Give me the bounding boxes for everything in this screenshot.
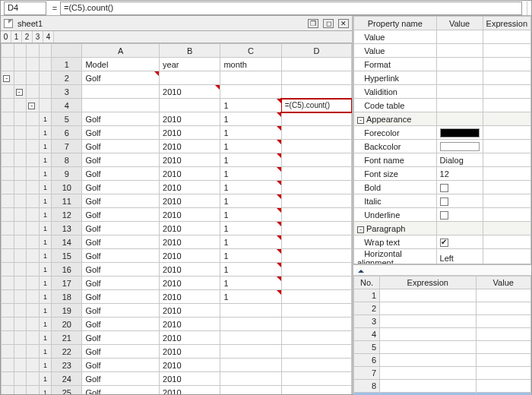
cell-C20[interactable] bbox=[220, 318, 281, 331]
window-close-icon[interactable]: ✕ bbox=[338, 19, 349, 28]
cell-D16[interactable] bbox=[281, 263, 351, 276]
expr-row-num[interactable]: 1 bbox=[354, 289, 380, 302]
cell-B6[interactable]: 2010 bbox=[160, 126, 220, 140]
cell-B17[interactable]: 2010 bbox=[160, 276, 220, 290]
cell-C7[interactable]: 1 bbox=[220, 140, 281, 153]
cell-D13[interactable] bbox=[281, 222, 351, 235]
cell-C2[interactable] bbox=[220, 71, 281, 85]
row-header[interactable]: 22 bbox=[52, 345, 82, 359]
cell-D4[interactable]: =(C5).count() bbox=[281, 99, 351, 112]
row-header[interactable]: 12 bbox=[52, 208, 82, 222]
cell-D9[interactable] bbox=[281, 167, 351, 181]
cell-B16[interactable]: 2010 bbox=[160, 263, 220, 276]
row-header[interactable]: 8 bbox=[52, 153, 82, 167]
prop-expression[interactable] bbox=[483, 181, 530, 194]
cell-A3[interactable] bbox=[82, 85, 160, 99]
outline-level-1[interactable]: 1 bbox=[11, 31, 22, 43]
outline-level-2[interactable]: 2 bbox=[22, 31, 33, 43]
cell-B19[interactable]: 2010 bbox=[160, 304, 220, 318]
row-header[interactable]: 16 bbox=[52, 263, 82, 276]
window-restore-icon[interactable]: ❐ bbox=[308, 19, 318, 28]
cell-A20[interactable]: Golf bbox=[82, 318, 160, 331]
row-header[interactable]: 19 bbox=[52, 304, 82, 318]
expr-value[interactable] bbox=[476, 354, 530, 367]
expr-value[interactable] bbox=[476, 380, 530, 393]
cell-D1[interactable] bbox=[281, 58, 351, 71]
prop-value[interactable] bbox=[436, 126, 483, 140]
expr-row-num[interactable]: 2 bbox=[354, 302, 380, 315]
cell-C17[interactable]: 1 bbox=[220, 276, 281, 290]
expr-row-num[interactable]: 5 bbox=[354, 341, 380, 354]
cell-C9[interactable]: 1 bbox=[220, 167, 281, 181]
cell-B18[interactable]: 2010 bbox=[160, 290, 220, 304]
expr-row-num[interactable]: 3 bbox=[354, 315, 380, 328]
prop-value[interactable] bbox=[436, 71, 483, 85]
cell-D18[interactable] bbox=[281, 290, 351, 304]
cell-B3[interactable]: 2010 bbox=[160, 85, 220, 99]
prop-expression[interactable] bbox=[483, 99, 530, 112]
cell-C14[interactable]: 1 bbox=[220, 235, 281, 249]
prop-expression[interactable] bbox=[483, 58, 530, 71]
cell-D24[interactable] bbox=[281, 372, 351, 386]
cell-D20[interactable] bbox=[281, 318, 351, 331]
prop-value[interactable]: Left bbox=[436, 249, 483, 264]
row-header[interactable]: 11 bbox=[52, 194, 82, 208]
expr-expression[interactable] bbox=[380, 354, 477, 367]
cell-C24[interactable] bbox=[220, 372, 281, 386]
prop-value[interactable]: Dialog bbox=[436, 153, 483, 167]
cell-C11[interactable]: 1 bbox=[220, 194, 281, 208]
cell-C12[interactable]: 1 bbox=[220, 208, 281, 222]
expr-value[interactable] bbox=[476, 367, 530, 380]
cell-C8[interactable]: 1 bbox=[220, 153, 281, 167]
prop-expression[interactable] bbox=[483, 126, 530, 140]
cell-C19[interactable] bbox=[220, 304, 281, 318]
cell-D22[interactable] bbox=[281, 345, 351, 359]
spreadsheet-grid[interactable]: ABCD1Modelyearmonth-2Golf-32010-41=(C5).… bbox=[1, 43, 352, 394]
cell-B12[interactable]: 2010 bbox=[160, 208, 220, 222]
row-header[interactable]: 4 bbox=[52, 99, 82, 112]
cell-A12[interactable]: Golf bbox=[82, 208, 160, 222]
expr-expression[interactable] bbox=[380, 315, 477, 328]
cell-A9[interactable]: Golf bbox=[82, 167, 160, 181]
cell-B9[interactable]: 2010 bbox=[160, 167, 220, 181]
row-header[interactable]: 15 bbox=[52, 249, 82, 263]
cell-D6[interactable] bbox=[281, 126, 351, 140]
prop-expression[interactable] bbox=[483, 222, 530, 235]
outline-level-3[interactable]: 3 bbox=[33, 31, 43, 43]
cell-B23[interactable]: 2010 bbox=[160, 359, 220, 372]
row-header[interactable]: 3 bbox=[52, 85, 82, 99]
expr-expression[interactable] bbox=[380, 302, 477, 315]
outline-gutter[interactable]: - bbox=[14, 85, 27, 99]
cell-C4[interactable]: 1 bbox=[220, 99, 281, 112]
row-header[interactable]: 1 bbox=[52, 58, 82, 71]
cell-D11[interactable] bbox=[281, 194, 351, 208]
prop-expression[interactable] bbox=[483, 167, 530, 181]
cell-D21[interactable] bbox=[281, 331, 351, 345]
row-header[interactable]: 21 bbox=[52, 331, 82, 345]
cell-C6[interactable]: 1 bbox=[220, 126, 281, 140]
expr-expression[interactable] bbox=[380, 289, 477, 302]
cell-D2[interactable] bbox=[281, 71, 351, 85]
formula-input[interactable]: =(C5).count() bbox=[60, 2, 522, 15]
row-header[interactable]: 14 bbox=[52, 235, 82, 249]
cell-B24[interactable]: 2010 bbox=[160, 372, 220, 386]
row-header[interactable]: 6 bbox=[52, 126, 82, 140]
expr-value[interactable] bbox=[476, 341, 530, 354]
expr-value[interactable] bbox=[476, 328, 530, 341]
expr-value[interactable] bbox=[476, 315, 530, 328]
cell-C13[interactable]: 1 bbox=[220, 222, 281, 235]
cell-D5[interactable] bbox=[281, 112, 351, 126]
cell-A11[interactable]: Golf bbox=[82, 194, 160, 208]
cell-A14[interactable]: Golf bbox=[82, 235, 160, 249]
cell-D15[interactable] bbox=[281, 249, 351, 263]
cell-A22[interactable]: Golf bbox=[82, 345, 160, 359]
cell-B1[interactable]: year bbox=[160, 58, 220, 71]
cell-B15[interactable]: 2010 bbox=[160, 249, 220, 263]
cell-D19[interactable] bbox=[281, 304, 351, 318]
cell-C22[interactable] bbox=[220, 345, 281, 359]
prop-value[interactable] bbox=[436, 85, 483, 99]
cell-A23[interactable]: Golf bbox=[82, 359, 160, 372]
prop-value[interactable] bbox=[436, 235, 483, 249]
cell-B13[interactable]: 2010 bbox=[160, 222, 220, 235]
formula-bar-handle[interactable] bbox=[527, 2, 531, 15]
